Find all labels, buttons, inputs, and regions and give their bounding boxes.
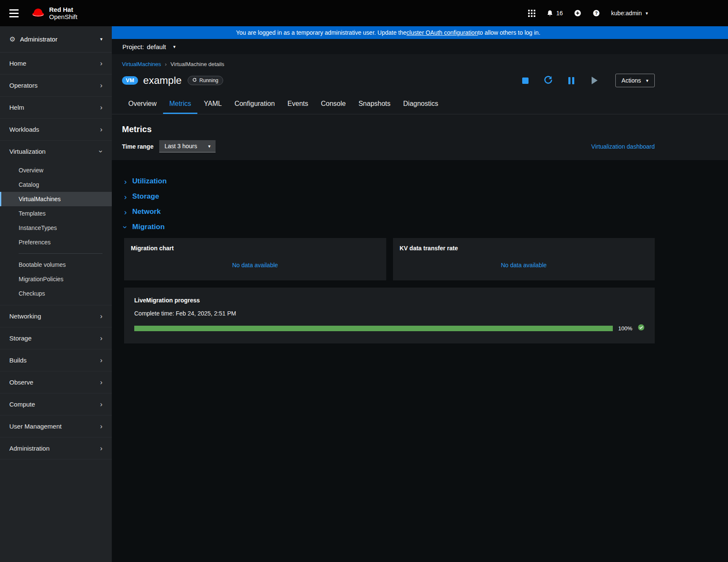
tab-yaml[interactable]: YAML [197,96,228,114]
plus-circle-icon [574,9,581,17]
chevron-right-icon: › [124,208,127,216]
chevron-right-icon: › [100,313,102,320]
sidebar-item-instancetypes[interactable]: InstanceTypes [0,221,112,235]
layout: ⚙ Administrator ▾ Home › Operators › [0,26,728,562]
project-value: default [147,43,166,50]
livemigration-progress-fill [134,326,613,331]
section-toggle-utilization[interactable]: › Utilization [124,177,167,185]
virtualization-dashboard-link[interactable]: Virtualization dashboard [591,143,655,150]
time-range-value: Last 3 hours [164,143,197,149]
notifications-button[interactable]: 16 [546,10,563,17]
app-root: Red Hat OpenShift [0,0,728,562]
no-data-message: No data available [131,262,379,269]
breadcrumb-current: VirtualMachine details [171,61,224,67]
help-button[interactable]: ? [592,9,600,17]
card-title: Migration chart [131,245,379,252]
migration-charts-grid: Migration chart No data available KV dat… [124,238,655,280]
sidebar-item-checkups[interactable]: Checkups [0,286,112,301]
tab-diagnostics[interactable]: Diagnostics [397,96,445,114]
sidebar-item-helm[interactable]: Helm › [0,97,112,118]
user-menu-button[interactable]: kube:admin ▾ [611,10,648,17]
chevron-right-icon: › [124,193,127,201]
breadcrumb-separator-icon: › [165,61,166,67]
complete-time-text: Complete time: Feb 24, 2025, 2:51 PM [134,310,645,317]
brand-text: Red Hat OpenShift [49,6,78,21]
sidebar-item-preferences[interactable]: Preferences [0,235,112,249]
section-toggle-migration[interactable]: › Migration [124,223,165,231]
status-badge[interactable]: Running [188,76,223,85]
sidebar-item-networking[interactable]: Networking › [0,305,112,327]
tab-events[interactable]: Events [281,96,315,114]
sidebar-item-bootable-volumes[interactable]: Bootable volumes [0,257,112,272]
livemigration-progress-bar [134,326,613,331]
sidebar-item-virtualization-overview[interactable]: Overview [0,163,112,177]
sidebar-item-administration[interactable]: Administration › [0,437,112,459]
stop-icon [522,78,529,84]
title-row: VM example Running [122,74,655,87]
sidebar-item-workloads[interactable]: Workloads › [0,119,112,140]
metrics-heading: Metrics [122,125,655,134]
svg-text:?: ? [595,11,598,16]
vm-controls: Actions ▾ [520,74,655,87]
caret-down-icon: ▾ [646,78,648,83]
actions-label: Actions [622,77,641,84]
sidebar-item-migrationpolicies[interactable]: MigrationPolicies [0,272,112,286]
pause-vm-button[interactable] [566,75,576,86]
progress-percent-label: 100% [618,325,632,332]
check-circle-icon [638,324,645,332]
nav-toggle-button[interactable] [7,7,21,20]
restart-vm-button[interactable] [543,75,554,86]
sync-icon [192,78,197,83]
masthead-right: 16 ? kube:admin [528,9,648,17]
sidebar-item-operators[interactable]: Operators › [0,75,112,96]
sidebar-item-home[interactable]: Home › [0,53,112,74]
sidebar-item-compute[interactable]: Compute › [0,393,112,415]
stop-vm-button[interactable] [520,75,531,86]
actions-dropdown-button[interactable]: Actions ▾ [615,74,655,87]
sidebar-item-templates[interactable]: Templates [0,206,112,221]
sidebar-item-catalog[interactable]: Catalog [0,177,112,192]
sidebar-item-virtualization[interactable]: Virtualization › [0,141,112,162]
play-icon [592,77,598,84]
tab-overview[interactable]: Overview [122,96,163,114]
perspective-switcher[interactable]: ⚙ Administrator ▾ [0,26,112,53]
page-title: example [143,75,182,86]
sidebar-item-builds[interactable]: Builds › [0,349,112,371]
brand-logo[interactable]: Red Hat OpenShift [31,6,78,21]
chevron-right-icon: › [100,379,102,386]
pause-icon [568,77,574,84]
chevron-down-icon: › [98,150,105,153]
tab-snapshots[interactable]: Snapshots [352,96,397,114]
caret-down-icon: ▾ [645,11,648,16]
subnav-divider [19,253,102,254]
section-toggle-network[interactable]: › Network [124,208,161,216]
hamburger-icon [9,9,19,11]
vm-resource-badge: VM [122,76,138,85]
vm-detail-tabs: Overview Metrics YAML Configuration Even… [112,96,728,114]
tab-configuration[interactable]: Configuration [228,96,281,114]
sidebar-item-storage[interactable]: Storage › [0,327,112,349]
progress-row: 100% [134,324,645,332]
caret-down-icon: ▾ [208,144,211,149]
chevron-right-icon: › [100,445,102,452]
time-range-label: Time range [122,143,153,150]
question-circle-icon: ? [592,9,600,17]
perspective-label: Administrator [20,36,57,43]
section-toggle-storage[interactable]: › Storage [124,192,159,201]
app-launcher-button[interactable] [528,10,535,17]
sidebar-item-observe[interactable]: Observe › [0,371,112,393]
time-range-select[interactable]: Last 3 hours ▾ [159,140,216,152]
project-selector[interactable]: Project: default ▾ [112,39,728,54]
quick-create-button[interactable] [574,9,581,17]
sidebar-item-virtualmachines[interactable]: VirtualMachines [0,192,112,206]
tab-console[interactable]: Console [315,96,352,114]
main-content: You are logged in as a temporary adminis… [112,26,728,562]
tab-metrics[interactable]: Metrics [163,96,198,114]
breadcrumb-virtualmachines-link[interactable]: VirtualMachines [122,61,161,67]
migration-chart-card: Migration chart No data available [124,238,386,280]
chevron-right-icon: › [100,126,102,133]
sidebar-item-user-management[interactable]: User Management › [0,415,112,437]
start-vm-button[interactable] [589,75,599,86]
user-menu-label: kube:admin [611,10,642,17]
cluster-oauth-configuration-link[interactable]: cluster OAuth configuration [407,29,478,36]
